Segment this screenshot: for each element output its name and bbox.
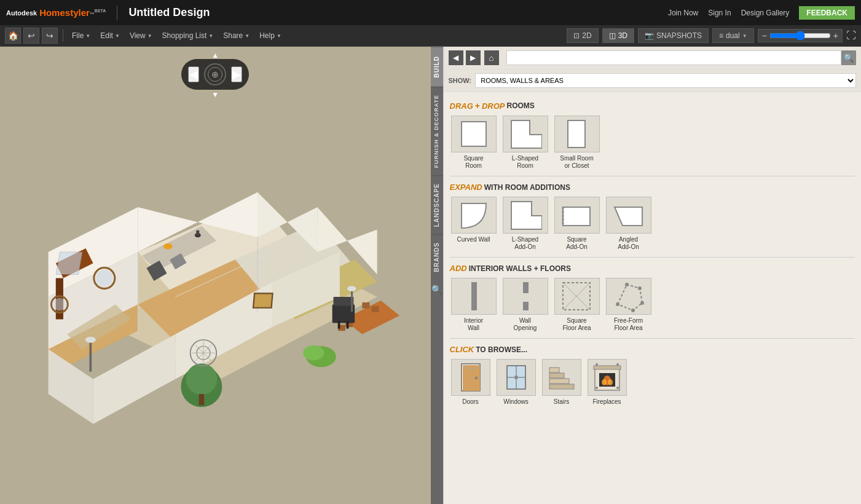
curved-wall-label: Curved Wall xyxy=(457,236,490,243)
shopping-list-menu[interactable]: Shopping List ▼ xyxy=(159,29,218,42)
file-arrow: ▼ xyxy=(85,33,90,39)
lamp-pole xyxy=(90,342,92,372)
stairs-item[interactable]: Stairs xyxy=(541,359,583,405)
nav-forward-btn[interactable]: ▶ xyxy=(466,50,481,65)
compass-down-btn[interactable]: ▼ xyxy=(211,90,219,99)
share-menu[interactable]: Share ▼ xyxy=(219,29,253,42)
zoom-bar: − + xyxy=(758,29,843,42)
tab-landscape[interactable]: LANDSCAPE xyxy=(431,175,443,234)
help-arrow: ▼ xyxy=(277,33,281,39)
l-shaped-room-icon xyxy=(503,116,548,152)
svg-marker-3 xyxy=(511,202,542,229)
svg-point-16 xyxy=(638,286,642,290)
dual-btn[interactable]: ≡ dual ▼ xyxy=(712,28,754,43)
svg-rect-27 xyxy=(549,379,569,384)
sq-addon-label: SquareAdd-On xyxy=(566,236,587,251)
svg-rect-0 xyxy=(462,122,486,146)
edit-menu[interactable]: Edit ▼ xyxy=(96,29,124,42)
interior-wall-item[interactable]: InteriorWall xyxy=(450,278,498,332)
svg-rect-29 xyxy=(549,368,559,372)
help-menu[interactable]: Help ▼ xyxy=(256,29,285,42)
compass-up-btn[interactable]: ▲ xyxy=(211,51,219,60)
freeform-label: Free-FormFloor Area xyxy=(614,317,643,332)
svg-marker-6 xyxy=(615,207,642,226)
windows-item[interactable]: Windows xyxy=(495,359,537,405)
sq-addon-item[interactable]: SquareAdd-On xyxy=(553,197,601,251)
search-input[interactable] xyxy=(506,50,842,65)
topbar: Autodesk Homestyler™BETA Untitled Design… xyxy=(0,0,861,25)
svg-point-25 xyxy=(514,376,518,379)
sq-floor-item[interactable]: SquareFloor Area xyxy=(553,278,601,332)
feedback-button[interactable]: FEEDBACK xyxy=(799,6,855,20)
redo-btn[interactable]: ↪ xyxy=(42,28,58,44)
front-center-wall xyxy=(93,334,176,424)
stairs-label: Stairs xyxy=(554,398,570,405)
fireplaces-label: Fireplaces xyxy=(592,398,621,405)
home-icon-btn[interactable]: 🏠 xyxy=(5,28,21,44)
small-room-item[interactable]: Small Roomor Closet xyxy=(553,116,601,170)
curved-wall-item[interactable]: Curved Wall xyxy=(450,197,498,251)
doors-item[interactable]: Doors xyxy=(450,359,492,405)
nav-compass: ▲ ◀ ⊕ ▶ ▼ xyxy=(181,59,249,90)
angled-addon-item[interactable]: AngledAdd-On xyxy=(605,197,653,251)
view-2d-btn[interactable]: ⊡ 2D xyxy=(567,28,598,43)
curved-wall-svg xyxy=(457,199,490,232)
interior-wall-label: InteriorWall xyxy=(464,317,483,332)
file-menu[interactable]: File ▼ xyxy=(68,29,94,42)
compass-left-btn[interactable]: ◀ xyxy=(188,66,199,82)
freeform-item[interactable]: Free-FormFloor Area xyxy=(605,278,653,332)
sign-in-link[interactable]: Sign In xyxy=(708,9,731,17)
interior-wall-svg xyxy=(465,280,483,313)
add-label: ADD xyxy=(450,264,467,273)
angled-addon-svg xyxy=(611,199,645,232)
floorplan-svg xyxy=(18,96,419,498)
grill-top xyxy=(333,297,353,306)
l-addon-item[interactable]: L-ShapedAdd-On xyxy=(501,197,549,251)
nav-home-btn[interactable]: ⌂ xyxy=(484,50,499,65)
zoom-in-btn[interactable]: + xyxy=(833,31,838,41)
show-select[interactable]: ROOMS, WALLS & AREAS ALL FLOORS ONLY xyxy=(475,73,856,88)
compass-right-btn[interactable]: ▶ xyxy=(231,66,242,82)
design-gallery-link[interactable]: Design Gallery xyxy=(741,9,790,17)
fireplaces-svg xyxy=(592,361,623,395)
wall-opening-item[interactable]: WallOpening xyxy=(501,278,549,332)
freeform-svg xyxy=(611,280,645,313)
square-room-label: SquareRoom xyxy=(463,155,483,170)
square-room-svg xyxy=(458,119,489,149)
tab-build[interactable]: BUILD xyxy=(431,47,443,87)
join-now-link[interactable]: Join Now xyxy=(668,9,698,17)
l-addon-icon xyxy=(503,197,548,234)
sidebar-search: 🔍 xyxy=(506,50,857,65)
window-left xyxy=(56,252,82,274)
undo-btn[interactable]: ↩ xyxy=(23,28,39,44)
click-browse-header: CLICK TO BROWSE... xyxy=(450,345,855,354)
view-menu[interactable]: View ▼ xyxy=(126,29,156,42)
sq-floor-icon xyxy=(554,278,600,315)
canvas-area[interactable]: ▲ ◀ ⊕ ▶ ▼ xyxy=(0,47,431,504)
small-room-svg xyxy=(563,117,591,151)
nav-back-btn[interactable]: ◀ xyxy=(449,50,463,65)
fireplaces-item[interactable]: Fireplaces xyxy=(586,359,628,405)
flowers xyxy=(163,243,173,250)
l-shaped-room-item[interactable]: L-ShapedRoom xyxy=(501,116,549,170)
tab-brands[interactable]: BRANDS xyxy=(431,234,443,280)
svg-point-35 xyxy=(608,379,613,385)
zoom-out-btn[interactable]: − xyxy=(762,31,767,41)
fullscreen-btn[interactable]: ⛶ xyxy=(846,30,856,41)
interior-walls-label: INTERIOR WALLS + FLOORS xyxy=(469,264,571,273)
square-room-item[interactable]: SquareRoom xyxy=(450,116,498,170)
windows-icon xyxy=(497,359,536,396)
view-3d-btn[interactable]: ◫ 3D xyxy=(602,28,634,43)
doors-label: Doors xyxy=(462,398,479,405)
svg-rect-28 xyxy=(549,373,564,378)
floorplan-scene xyxy=(18,96,419,498)
search-btn[interactable]: 🔍 xyxy=(841,50,856,65)
angled-addon-icon xyxy=(606,197,651,234)
magnify-icon[interactable]: 🔍 xyxy=(431,280,443,299)
to-browse-label: TO BROWSE... xyxy=(476,345,527,354)
zoom-slider[interactable] xyxy=(769,31,831,41)
snapshots-btn[interactable]: 📷 SNAPSHOTS xyxy=(638,28,709,43)
small-room-icon xyxy=(554,116,600,152)
svg-point-15 xyxy=(625,283,629,286)
tab-furnish-decorate[interactable]: FURNISH & DECORATE xyxy=(431,87,443,175)
